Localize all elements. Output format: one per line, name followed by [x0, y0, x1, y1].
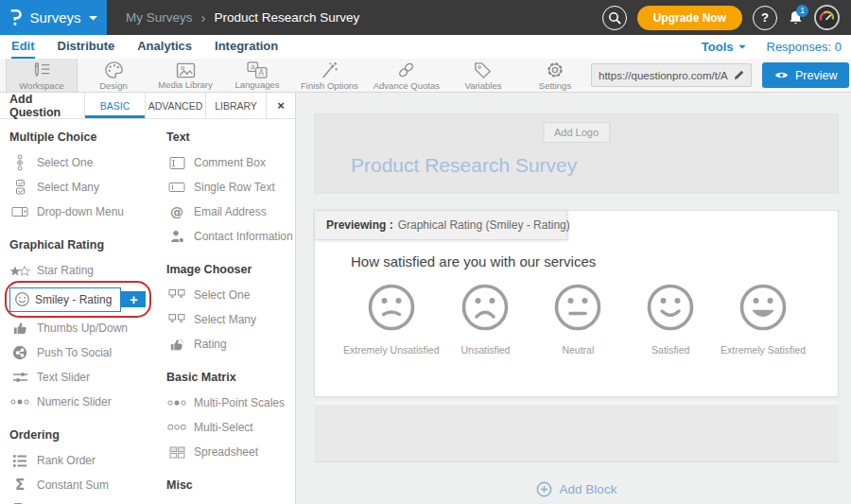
survey-title[interactable]: Product Research Survey: [351, 154, 577, 177]
media-library-icon: [176, 62, 196, 78]
question-type-rank-order[interactable]: Rank Order: [9, 448, 153, 473]
star-icon: [9, 264, 30, 278]
smiley-option-label: Extremely Unsatisfied: [343, 344, 440, 356]
panel-tab-advanced[interactable]: ADVANCED: [146, 93, 206, 118]
smiley-option-extremely-satisfied[interactable]: Extremely Satisfied: [717, 283, 809, 356]
preview-button[interactable]: Preview: [762, 62, 849, 88]
question-type-numeric-slider[interactable]: Numeric Slider: [9, 390, 153, 414]
question-text[interactable]: How satisfied are you with our services: [351, 253, 596, 269]
toolbar-item-label: Variables: [465, 80, 502, 91]
preview-label: Preview: [795, 69, 837, 82]
question-type-comment-box[interactable]: Comment Box: [166, 150, 295, 175]
chevron-down-icon: [89, 15, 97, 21]
breadcrumb-my-surveys[interactable]: My Surveys: [126, 10, 193, 25]
question-type-multi-select[interactable]: Multi-Select: [166, 415, 295, 440]
question-type-push-to-social[interactable]: Push To Social: [9, 340, 153, 365]
section-multiple-choice: Multiple ChoiceSelect OneSelect ManyDrop…: [9, 130, 153, 224]
nav-tab-analytics[interactable]: Analytics: [137, 35, 192, 59]
section-misc: Misc: [166, 478, 295, 492]
toolbar-item-variables[interactable]: Variables: [447, 59, 519, 92]
question-type-select-one[interactable]: Select One: [9, 150, 153, 175]
panel-column-1: Multiple ChoiceSelect OneSelect ManyDrop…: [9, 119, 153, 504]
smiley-option-extremely-unsatisfied[interactable]: Extremely Unsatisfied: [343, 283, 440, 356]
question-type-smiley-rating[interactable]: Smiley - Rating: [9, 287, 121, 312]
section-title: Ordering: [9, 428, 153, 442]
toolbar-item-design[interactable]: Design: [78, 59, 149, 92]
question-type-star-rating[interactable]: Star Rating: [9, 258, 153, 283]
notifications-button[interactable]: 1: [788, 9, 804, 26]
help-button[interactable]: ?: [753, 6, 777, 30]
question-type-constant-sum[interactable]: ΣConstant Sum: [9, 473, 153, 497]
panel-tabs: Add Question BASICADVANCEDLIBRARY ×: [0, 93, 295, 119]
sigma-icon: Σ: [9, 478, 30, 493]
toolbar-item-label: Finish Options: [301, 80, 358, 91]
toolbar-item-label: Design: [99, 80, 128, 91]
smiley-face-satisfied-icon: [646, 283, 695, 332]
share-icon: [9, 345, 30, 360]
question-type-label: Numeric Slider: [37, 395, 112, 408]
user-avatar[interactable]: [814, 5, 840, 30]
question-type-label: Multi-Select: [194, 421, 253, 434]
survey-url-field[interactable]: https://questionpro.com/t/A: [591, 63, 752, 87]
smiley-option-satisfied[interactable]: Satisfied: [624, 283, 717, 356]
smiley-option-neutral[interactable]: Neutral: [531, 283, 624, 356]
toolbar-item-languages[interactable]: aALanguages: [221, 59, 293, 92]
brand-logo[interactable]: Surveys: [0, 0, 107, 35]
toolbar-item-media-library[interactable]: Media Library: [149, 59, 221, 92]
add-block-button[interactable]: Add Block: [314, 481, 839, 497]
settings-icon: [546, 61, 564, 79]
upgrade-now-button[interactable]: Upgrade Now: [637, 6, 742, 30]
close-panel-button[interactable]: ×: [267, 93, 295, 118]
previewing-tab: Previewing : Graphical Rating (Smiley - …: [314, 210, 567, 240]
radio-icon: [9, 154, 30, 171]
toolbar-item-workspace[interactable]: Workspace: [6, 59, 78, 92]
panel-tab-library[interactable]: LIBRARY: [206, 93, 267, 118]
question-type-email-address[interactable]: @Email Address: [166, 200, 295, 224]
question-type-spreadsheet[interactable]: Spreadsheet: [166, 440, 295, 464]
question-type-label: Single Row Text: [194, 181, 275, 194]
question-type-drag-and-drop[interactable]: Drag and Drop: [9, 497, 153, 504]
question-type-label: Drop-down Menu: [37, 205, 124, 218]
question-type-label: Rank Order: [37, 454, 96, 467]
responses-count[interactable]: Responses: 0: [767, 40, 842, 54]
previewing-label: Previewing :: [326, 218, 393, 232]
smiley-option-unsatisfied[interactable]: Unsatisfied: [440, 283, 532, 356]
question-type-single-row-text[interactable]: Single Row Text: [166, 175, 295, 200]
multi-select-icon: [166, 422, 187, 433]
add-logo-button[interactable]: Add Logo: [543, 122, 610, 143]
question-type-select-one[interactable]: Select One: [166, 283, 295, 307]
section-ordering: OrderingRank OrderΣConstant SumDrag and …: [9, 428, 153, 504]
question-type-rating[interactable]: Rating: [166, 332, 295, 356]
checkboxes-icon: [9, 179, 30, 196]
survey-toolbar: WorkspaceDesignMedia LibraryaALanguagesF…: [0, 59, 851, 93]
question-type-drop-down-menu[interactable]: Drop-down Menu: [9, 200, 153, 224]
tools-menu[interactable]: Tools: [702, 40, 746, 54]
question-type-contact-information[interactable]: Contact Information: [166, 224, 295, 249]
question-type-thumbs-up-down[interactable]: Thumbs Up/Down: [9, 316, 153, 340]
question-type-multi-point-scales[interactable]: Multi-Point Scales: [166, 391, 295, 415]
numeric-slider-icon: [9, 396, 30, 408]
panel-tab-basic[interactable]: BASIC: [85, 93, 146, 118]
survey-header-block: Add Logo Product Research Survey: [314, 113, 839, 194]
smiley-face-unsatisfied-icon: [460, 283, 510, 332]
pencil-icon[interactable]: [734, 70, 744, 80]
question-type-text-slider[interactable]: Text Slider: [9, 365, 153, 390]
section-title: Image Chooser: [166, 263, 295, 276]
toolbar-item-label: Advance Quotas: [373, 80, 440, 91]
toolbar-item-finish-options[interactable]: Finish Options: [293, 59, 366, 92]
eye-icon: [774, 70, 789, 80]
toolbar-item-label: Media Library: [158, 79, 213, 90]
question-type-select-many[interactable]: Select Many: [9, 175, 153, 200]
smiley-option-label: Satisfied: [651, 344, 689, 356]
chevron-down-icon: [738, 44, 746, 49]
nav-tab-edit[interactable]: Edit: [11, 35, 35, 59]
search-button[interactable]: [602, 6, 627, 30]
add-smiley-rating-button[interactable]: +: [121, 291, 146, 307]
question-type-select-many[interactable]: Select Many: [166, 307, 295, 332]
section-title: Misc: [166, 478, 295, 492]
nav-right: Tools Responses: 0: [702, 35, 851, 59]
toolbar-item-settings[interactable]: Settings: [519, 59, 591, 92]
nav-tab-integration[interactable]: Integration: [215, 35, 278, 59]
nav-tab-distribute[interactable]: Distribute: [58, 35, 115, 59]
toolbar-item-advance-quotas[interactable]: Advance Quotas: [366, 59, 447, 92]
